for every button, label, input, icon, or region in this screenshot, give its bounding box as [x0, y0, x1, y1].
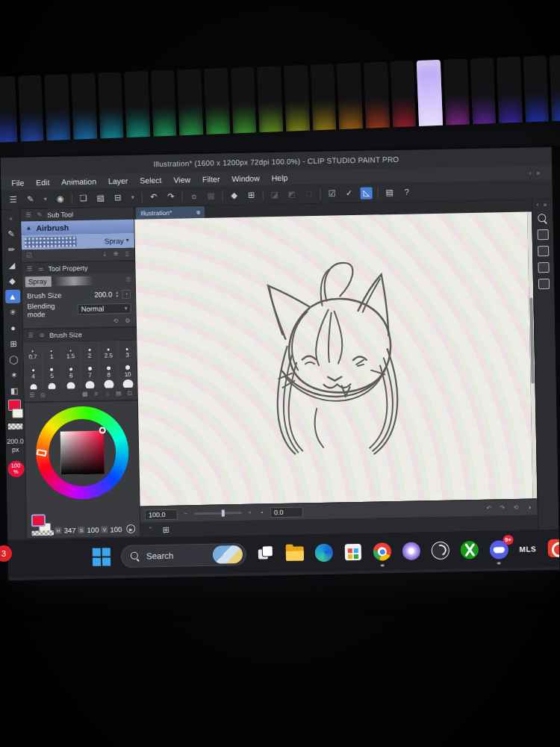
menu-layer[interactable]: Layer	[108, 176, 128, 186]
search-box[interactable]: Search	[121, 543, 247, 568]
panel-menu-icon[interactable]: ☰	[28, 389, 36, 401]
canvas-paper[interactable]	[134, 212, 532, 506]
special-ruler-icon[interactable]: ◺	[360, 187, 372, 199]
menu-help[interactable]: Help	[272, 173, 288, 182]
zoom-slider[interactable]	[194, 512, 242, 515]
redo-icon[interactable]: ↷	[165, 190, 177, 202]
dock-chevrons-icon[interactable]: ‹ »	[537, 201, 549, 208]
zoom-out-icon[interactable]: −	[182, 508, 190, 520]
color-mode-toggle-icon[interactable]: ▶	[126, 524, 135, 533]
brush-size-preset[interactable]: 1	[43, 342, 61, 361]
wand-tool-icon[interactable]: ✶	[7, 368, 22, 382]
menu-view[interactable]: View	[173, 175, 190, 184]
palette-icon[interactable]: ▦	[81, 388, 89, 400]
figure-tool-icon[interactable]: ⊞	[6, 337, 21, 350]
export-icon[interactable]: ⊟	[112, 191, 124, 203]
crop-frame-icon[interactable]: ⊞	[246, 189, 258, 201]
help-icon[interactable]: ?	[400, 186, 412, 198]
menu-edit[interactable]: Edit	[36, 178, 49, 187]
brush-size-dynamics-button[interactable]: ◔	[122, 289, 131, 298]
brush-size-preset[interactable]: 17	[62, 380, 81, 389]
grid-icon[interactable]: ▤	[115, 388, 122, 400]
brush-size-preset[interactable]: 10	[119, 360, 137, 379]
pen-pressure-icon[interactable]: ✎	[25, 193, 37, 205]
brush-tool-icon[interactable]: ◢	[4, 258, 19, 272]
screen-settings-icon[interactable]: ▤	[383, 186, 395, 198]
all-sides-view-icon[interactable]: ⊞	[160, 524, 172, 536]
menu-select[interactable]: Select	[140, 176, 161, 185]
brush-size-preset[interactable]: 6	[62, 361, 81, 379]
menu-window[interactable]: Window	[231, 173, 260, 183]
brush-size-preset[interactable]: 0.7	[23, 342, 42, 361]
paint-app-button[interactable]	[402, 541, 421, 560]
file-explorer-button[interactable]	[285, 543, 305, 562]
rotate-right-icon[interactable]: ↷	[499, 502, 506, 514]
reset-icon[interactable]: ⟲	[112, 315, 119, 327]
color-wheel[interactable]	[35, 406, 129, 500]
lock-icon[interactable]: ⚿	[125, 274, 132, 286]
panel-tab-icon[interactable]	[538, 246, 549, 256]
snap-ruler-icon[interactable]: ◪	[269, 188, 281, 200]
brush-size-preset[interactable]: 12	[24, 381, 43, 389]
reset-view-icon[interactable]: ⟲	[512, 501, 520, 513]
chrome-button[interactable]	[373, 542, 392, 561]
brush-check-icon[interactable]: ✓	[343, 187, 355, 199]
blending-mode-select[interactable]: Normal ▾	[78, 303, 131, 314]
start-button[interactable]	[92, 547, 111, 566]
xbox-button[interactable]	[460, 540, 479, 560]
expand-icon[interactable]: ⌃	[146, 524, 154, 536]
panel-tab-icon[interactable]	[538, 262, 549, 273]
gradient-tool-icon[interactable]: ◧	[7, 384, 22, 397]
new-file-icon[interactable]: ❏	[78, 192, 90, 204]
snap-guide-icon[interactable]: ◩	[285, 188, 297, 200]
fit-screen-icon[interactable]: ▪	[258, 506, 266, 518]
invert-selection-icon[interactable]: ▩	[205, 190, 217, 202]
mls-button[interactable]: MMLSLS	[518, 539, 538, 558]
rotate-value-field[interactable]: 0.0	[270, 506, 303, 518]
brush-size-preset[interactable]: 15	[43, 381, 62, 390]
brush-size-value[interactable]: 200.0	[94, 290, 112, 298]
checkbox-icon[interactable]: ☑	[25, 249, 33, 261]
transparent-color-swatch[interactable]	[7, 424, 22, 430]
brush-size-preset[interactable]: 1.5	[61, 341, 80, 360]
undo-icon[interactable]: ↶	[148, 191, 160, 203]
palette-dock-chevrons-icon[interactable]: ‹ »	[529, 169, 542, 176]
zoom-in-icon[interactable]: +	[246, 506, 254, 518]
zoom-value-field[interactable]: 100.0	[145, 509, 178, 520]
panel-menu-icon[interactable]: ☰	[25, 263, 33, 275]
deselect-icon[interactable]: ☼	[188, 190, 200, 202]
opacity-badge[interactable]: 100 %	[7, 460, 24, 477]
edge-button[interactable]	[314, 543, 334, 562]
clip-studio-button[interactable]	[547, 539, 560, 558]
panel-tab-icon[interactable]	[538, 229, 549, 240]
menu-file[interactable]: File	[11, 179, 24, 187]
brush-size-preset[interactable]: 4	[24, 362, 43, 380]
brush-size-stepper[interactable]: ▲▼	[115, 291, 119, 298]
microsoft-store-button[interactable]	[343, 542, 363, 562]
chevron-down-icon[interactable]: ▾	[124, 235, 131, 247]
tab-close-icon[interactable]	[196, 211, 200, 214]
brush-size-preset[interactable]: 7	[81, 361, 99, 379]
discord-button[interactable]: 9+	[489, 539, 508, 559]
task-view-button[interactable]	[256, 544, 276, 563]
airbrush-tool-icon[interactable]: ▲	[5, 290, 20, 303]
open-file-icon[interactable]: ▤	[95, 192, 107, 204]
pencil-tool-icon[interactable]: ✏	[4, 243, 19, 256]
background-color-swatch[interactable]	[12, 409, 23, 418]
brush-size-preset[interactable]: 8	[99, 360, 118, 379]
fill-icon[interactable]: ◆	[228, 189, 240, 201]
weather-widget-icon[interactable]	[213, 545, 243, 564]
import-icon[interactable]: ⤓	[101, 248, 108, 260]
foreground-color-swatch[interactable]	[31, 514, 46, 527]
chevron-down-icon[interactable]: ▾	[129, 191, 137, 203]
brush-size-preset[interactable]: 2	[80, 341, 99, 360]
panel-tab-icon[interactable]	[538, 279, 550, 289]
flip-icon[interactable]: ◑	[526, 501, 533, 513]
canvas-tab[interactable]: Illustration*	[136, 206, 205, 220]
navigator-icon[interactable]	[538, 214, 547, 223]
lasso-tool-icon[interactable]: ◯	[6, 353, 21, 366]
blend-tool-icon[interactable]: ●	[5, 321, 20, 335]
menu-filter[interactable]: Filter	[202, 175, 220, 184]
wrench-icon[interactable]: ⚙	[124, 314, 131, 326]
eraser-tool-icon[interactable]: ◆	[4, 274, 19, 288]
